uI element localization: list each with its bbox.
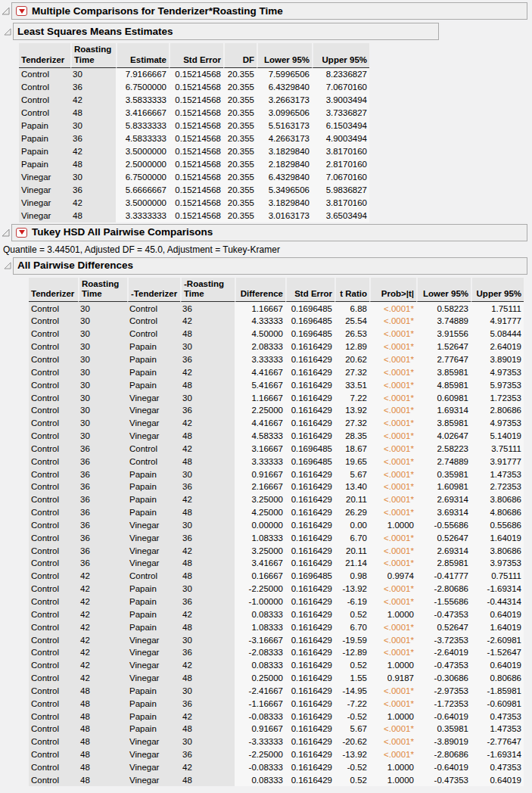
table-row[interactable]: Papain364.58333330.1521456820.3554.26631… xyxy=(19,132,369,145)
cell: 36 xyxy=(78,442,127,455)
cell: 3.0163173 xyxy=(257,210,312,222)
table-row[interactable]: Control48Papain30-2.416670.1616429-14.95… xyxy=(29,685,524,698)
cell: 12.89 xyxy=(334,341,369,353)
cell: 30 xyxy=(78,378,127,391)
cell: 0.00000 xyxy=(235,519,285,532)
table-row[interactable]: Control42Vinegar30-3.166670.1616429-19.5… xyxy=(29,633,524,646)
table-row[interactable]: Control30Control361.166670.16964856.88<.… xyxy=(29,302,524,315)
cell: 30 xyxy=(70,120,116,132)
table-row[interactable]: Control423.58333330.1521456820.3553.2663… xyxy=(19,94,369,107)
table-row[interactable]: Papain482.50000000.1521456820.3552.18298… xyxy=(19,158,369,171)
cell: 1.16667 xyxy=(235,302,285,315)
table-row[interactable]: Control48Vinegar42-0.083330.1616429-0.52… xyxy=(29,761,524,774)
table-row[interactable]: Control483.41666670.1521456820.3553.0996… xyxy=(19,107,369,120)
table-row[interactable]: Vinegar483.33333330.1521456820.3553.0163… xyxy=(19,210,369,222)
cell: Papain xyxy=(127,353,180,366)
cell: -0.30686 xyxy=(416,672,471,685)
table-row[interactable]: Control30Papain424.416670.161642927.32<.… xyxy=(29,365,524,378)
cell: Control xyxy=(29,378,78,391)
table-row[interactable]: Control30Control424.333330.169648525.54<… xyxy=(29,315,524,328)
cell: 20.62 xyxy=(334,353,369,366)
cell: 4.9003494 xyxy=(312,132,369,145)
table-row[interactable]: Control30Vinegar484.583330.161642928.35<… xyxy=(29,430,524,443)
table-row[interactable]: Control42Vinegar420.083330.16164290.521.… xyxy=(29,659,524,672)
cell: -3.33333 xyxy=(235,735,285,748)
table-row[interactable]: Vinegar365.66666670.1521456820.3555.3496… xyxy=(19,184,369,197)
table-row[interactable]: Control36Control423.166670.169648518.67<… xyxy=(29,442,524,455)
cell: 0.1616429 xyxy=(285,672,334,685)
table-row[interactable]: Control42Papain30-2.250000.1616429-13.92… xyxy=(29,583,524,596)
cell: Control xyxy=(29,302,78,315)
cell: 2.77647 xyxy=(416,353,471,366)
red-triangle-menu-button[interactable] xyxy=(16,6,27,16)
table-row[interactable]: Control42Vinegar36-2.083330.1616429-12.8… xyxy=(29,646,524,659)
table-row[interactable]: Control30Vinegar362.250000.161642913.92<… xyxy=(29,404,524,417)
table-row[interactable]: Control48Papain42-0.083330.1616429-0.521… xyxy=(29,710,524,723)
cell: 0.35981 xyxy=(416,723,471,735)
cell: -0.44314 xyxy=(471,596,524,608)
table-row[interactable]: Control36Papain484.250000.161642926.29<.… xyxy=(29,506,524,519)
cell: 1.0000 xyxy=(369,710,416,723)
red-triangle-menu-button[interactable] xyxy=(16,228,27,238)
table-row[interactable]: Control48Vinegar36-2.250000.1616429-13.9… xyxy=(29,748,524,761)
cell: 0.1616429 xyxy=(285,353,334,366)
table-row[interactable]: Control42Vinegar480.250000.16164291.550.… xyxy=(29,672,524,685)
table-row[interactable]: Control30Papain485.416670.161642933.51<.… xyxy=(29,378,524,391)
cell: 48 xyxy=(180,455,235,468)
disclosure-triangle-icon[interactable] xyxy=(4,28,11,36)
table-row[interactable]: Control36Vinegar361.083330.16164296.70<.… xyxy=(29,531,524,544)
cell: 4.50000 xyxy=(235,328,285,341)
cell: 6.4329840 xyxy=(257,81,312,94)
cell: 30 xyxy=(78,404,127,417)
cell: Papain xyxy=(19,158,70,171)
table-row[interactable]: Control30Vinegar424.416670.161642927.32<… xyxy=(29,417,524,430)
table-row[interactable]: Control30Papain302.083330.161642912.89<.… xyxy=(29,341,524,353)
table-row[interactable]: Control36Vinegar483.416670.161642921.14<… xyxy=(29,557,524,570)
table-row[interactable]: Control36Control483.333330.169648519.65<… xyxy=(29,455,524,468)
table-row[interactable]: Control366.75000000.1521456820.3556.4329… xyxy=(19,81,369,94)
cell: 26.53 xyxy=(334,328,369,341)
cell: -1.85981 xyxy=(471,685,524,698)
table-row[interactable]: Papain305.83333330.1521456820.3555.51631… xyxy=(19,120,369,132)
table-row[interactable]: Control48Papain480.916670.16164295.67<.0… xyxy=(29,723,524,735)
table-row[interactable]: Control48Papain36-1.166670.1616429-7.22<… xyxy=(29,697,524,710)
table-row[interactable]: Control36Vinegar423.250000.161642920.11<… xyxy=(29,544,524,557)
cell: <.0001* xyxy=(369,417,416,430)
cell: 6.7500000 xyxy=(116,81,169,94)
table-row[interactable]: Control36Vinegar300.000000.16164290.001.… xyxy=(29,519,524,532)
table-row[interactable]: Control36Papain362.166670.161642913.40<.… xyxy=(29,480,524,493)
cell: 3.80686 xyxy=(471,544,524,557)
cell: 42 xyxy=(180,608,235,620)
table-row[interactable]: Control30Vinegar301.166670.16164297.22<.… xyxy=(29,391,524,404)
cell: 48 xyxy=(180,672,235,685)
table-row[interactable]: Vinegar306.75000000.1521456820.3556.4329… xyxy=(19,171,369,184)
cell: Control xyxy=(29,761,78,774)
table-row[interactable]: Papain423.50000000.1521456820.3553.18298… xyxy=(19,145,369,158)
disclosure-triangle-icon[interactable] xyxy=(4,262,11,269)
cell: Vinegar xyxy=(127,430,180,443)
table-row[interactable]: Control30Control484.500000.169648526.53<… xyxy=(29,328,524,341)
table-row[interactable]: Control42Papain420.083330.16164290.521.0… xyxy=(29,608,524,620)
disclosure-triangle-icon[interactable] xyxy=(2,229,10,237)
table-row[interactable]: Control42Control480.166670.16964850.980.… xyxy=(29,570,524,583)
table-row[interactable]: Control48Vinegar480.083330.16164290.521.… xyxy=(29,773,524,786)
table-row[interactable]: Control36Papain423.250000.161642920.11<.… xyxy=(29,493,524,506)
column-header: Lower 95% xyxy=(416,278,471,303)
table-row[interactable]: Control42Papain36-1.000000.1616429-6.19<… xyxy=(29,596,524,608)
cell: 36 xyxy=(180,302,235,315)
table-row[interactable]: Vinegar423.50000000.1521456820.3553.1829… xyxy=(19,197,369,210)
cell: -2.25000 xyxy=(235,748,285,761)
disclosure-triangle-icon[interactable] xyxy=(2,7,10,15)
cell: -6.19 xyxy=(334,596,369,608)
cell: Papain xyxy=(127,697,180,710)
cell: 30 xyxy=(180,391,235,404)
cell: 0.1616429 xyxy=(285,773,334,786)
table-row[interactable]: Control30Papain363.333330.161642920.62<.… xyxy=(29,353,524,366)
table-row[interactable]: Control42Papain481.083330.16164296.70<.0… xyxy=(29,620,524,633)
table-row[interactable]: Control48Vinegar30-3.333330.1616429-20.6… xyxy=(29,735,524,748)
table-row[interactable]: Control307.91666670.1521456820.3557.5996… xyxy=(19,68,369,81)
table-row[interactable]: Control36Papain300.916670.16164295.67<.0… xyxy=(29,468,524,480)
cell: <.0001* xyxy=(369,480,416,493)
cell: -13.92 xyxy=(334,748,369,761)
cell: 30 xyxy=(180,341,235,353)
